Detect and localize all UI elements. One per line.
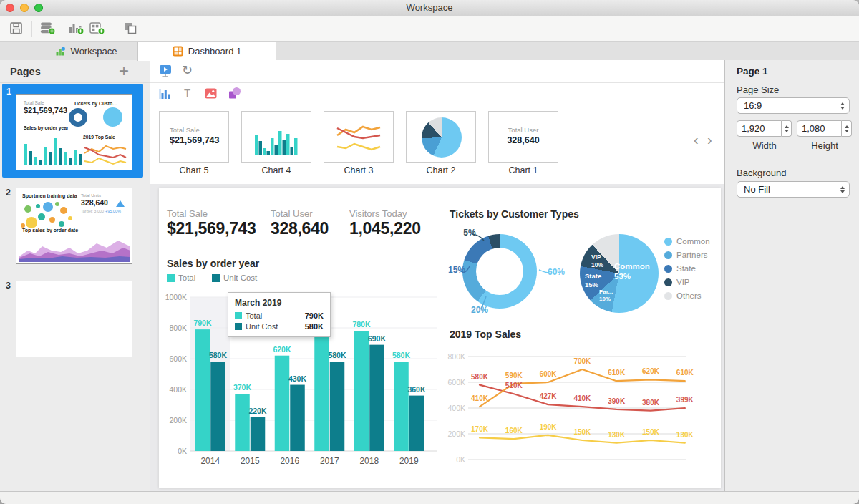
svg-text:600K: 600K bbox=[447, 378, 465, 387]
toolbar-separator bbox=[31, 21, 32, 37]
width-field-label: Width bbox=[737, 140, 792, 151]
add-data-button[interactable] bbox=[39, 21, 56, 38]
svg-text:580K: 580K bbox=[328, 351, 346, 359]
legend-label: Unit Cost bbox=[223, 273, 257, 282]
svg-text:580K: 580K bbox=[392, 351, 411, 359]
page-number: 1 bbox=[6, 87, 11, 97]
page-thumbnail-3[interactable] bbox=[16, 281, 132, 357]
svg-text:130K: 130K bbox=[608, 431, 626, 439]
gallery-prev-button[interactable]: ‹ bbox=[694, 132, 699, 147]
gallery-card-chart-3[interactable] bbox=[324, 111, 394, 163]
svg-text:600K: 600K bbox=[169, 354, 187, 363]
svg-text:790K: 790K bbox=[193, 319, 212, 327]
svg-text:200K: 200K bbox=[447, 430, 465, 438]
insert-image-button[interactable] bbox=[205, 88, 217, 102]
svg-text:800K: 800K bbox=[169, 324, 187, 332]
copy-button[interactable] bbox=[123, 21, 137, 37]
pages-header: Pages + bbox=[0, 60, 150, 83]
svg-text:400K: 400K bbox=[447, 404, 465, 412]
gallery-card-chart-1[interactable]: Total User 328,640 bbox=[488, 111, 558, 163]
insert-shape-icon bbox=[228, 87, 241, 100]
insert-image-icon bbox=[205, 88, 217, 99]
inspector-title: Page 1 bbox=[737, 66, 768, 77]
window-title: Workspace bbox=[0, 0, 859, 16]
thumb-area-title: Top sales by order date bbox=[22, 228, 78, 233]
dashboard-page[interactable]: Total Sale $21,569,743 Total User 328,64… bbox=[159, 188, 721, 488]
svg-text:2016: 2016 bbox=[280, 456, 299, 466]
thumb-units-value: 328,640 bbox=[81, 198, 108, 207]
background-select[interactable]: No Fill bbox=[737, 181, 850, 198]
thumb-units-label: Total Units bbox=[81, 193, 101, 198]
insert-text-button[interactable]: T bbox=[184, 87, 190, 99]
thumb-lines-title: 2019 Top Sale bbox=[83, 135, 115, 140]
svg-text:2018: 2018 bbox=[359, 456, 379, 466]
bar-chart-title: Sales by order year bbox=[167, 258, 259, 269]
insert-text-icon: T bbox=[184, 87, 190, 99]
add-chart-button[interactable] bbox=[68, 21, 84, 38]
pie-chart[interactable]: Common53% Par...10% State15% VIP10% bbox=[580, 234, 659, 313]
page-number: 2 bbox=[6, 188, 11, 198]
app-window: Workspace bbox=[0, 0, 859, 504]
add-widget-icon bbox=[89, 21, 105, 35]
svg-text:400K: 400K bbox=[169, 385, 187, 394]
gallery-card-chart-4[interactable] bbox=[241, 111, 311, 163]
kpi-label: Visitors Today bbox=[349, 208, 407, 219]
insert-chart-button[interactable] bbox=[159, 88, 172, 102]
svg-text:700K: 700K bbox=[573, 357, 591, 365]
legend-dot bbox=[664, 278, 672, 286]
present-button[interactable] bbox=[159, 64, 173, 81]
don­ut-label-common: 60% bbox=[544, 267, 568, 277]
insert-shape-button[interactable] bbox=[228, 87, 241, 102]
zoom-window-button[interactable] bbox=[34, 4, 43, 12]
save-button[interactable] bbox=[9, 21, 24, 38]
background-value: No Fill bbox=[744, 184, 840, 195]
background-label: Background bbox=[737, 168, 786, 178]
height-input[interactable] bbox=[797, 120, 842, 137]
svg-text:590K: 590K bbox=[505, 372, 523, 379]
legend-label: VIP bbox=[676, 278, 690, 286]
refresh-button[interactable]: ↻ bbox=[182, 62, 193, 78]
page-size-select[interactable]: 16:9 bbox=[737, 97, 850, 114]
svg-text:220K: 220K bbox=[248, 407, 267, 415]
svg-text:2017: 2017 bbox=[320, 456, 339, 466]
thumb-up-triangle-icon bbox=[116, 200, 125, 207]
add-widget-button[interactable] bbox=[89, 21, 105, 38]
gallery-card-chart-2[interactable] bbox=[406, 111, 476, 163]
pie-label-common: Common53% bbox=[614, 261, 650, 282]
tab-dashboard-1[interactable]: Dashboard 1 bbox=[137, 42, 276, 61]
svg-text:0K: 0K bbox=[178, 447, 187, 455]
gallery-card-label: Chart 5 bbox=[159, 165, 229, 175]
tab-workspace[interactable]: Workspace bbox=[39, 42, 132, 60]
add-data-icon bbox=[39, 21, 56, 35]
pages-panel-title: Pages bbox=[10, 66, 41, 77]
thumb-kpi-value: $21,569,743 bbox=[24, 106, 67, 115]
insert-chart-icon bbox=[159, 88, 172, 100]
add-page-button[interactable]: + bbox=[119, 61, 129, 81]
minimize-window-button[interactable] bbox=[20, 4, 29, 12]
gallery-next-button[interactable]: › bbox=[707, 132, 712, 147]
select-stepper-icon bbox=[840, 102, 845, 110]
height-stepper[interactable] bbox=[842, 120, 852, 137]
gallery-pie-chart bbox=[422, 117, 462, 158]
svg-text:2015: 2015 bbox=[241, 456, 260, 466]
kpi-value: $21,569,743 bbox=[167, 219, 256, 238]
page-number: 3 bbox=[6, 281, 11, 291]
tooltip-swatch bbox=[235, 323, 242, 330]
close-window-button[interactable] bbox=[6, 4, 14, 12]
kpi-label: Total Sale bbox=[167, 208, 208, 219]
legend-label: Total bbox=[178, 273, 195, 282]
page-thumbnail-2[interactable]: Sportmen training data Total Units 328,6… bbox=[16, 188, 132, 264]
legend-label: State bbox=[676, 264, 696, 273]
width-input[interactable] bbox=[737, 120, 782, 137]
line-chart[interactable]: 0K200K400K600K800K410K590K600K700K610K62… bbox=[447, 346, 697, 471]
width-stepper[interactable] bbox=[782, 120, 792, 137]
tooltip-title: March 2019 bbox=[235, 298, 324, 308]
inspector-panel: Page 1 Page Size 16:9 Width Height Backg… bbox=[724, 60, 859, 491]
svg-text:380K: 380K bbox=[642, 399, 660, 407]
kpi-value: 328,640 bbox=[271, 219, 329, 238]
svg-text:780K: 780K bbox=[352, 320, 371, 329]
gallery-card-chart-5[interactable]: Total Sale $21,569,743 bbox=[159, 111, 229, 163]
gallery-card-label: Chart 2 bbox=[406, 165, 476, 175]
svg-text:170K: 170K bbox=[471, 425, 489, 433]
page-thumbnail-1[interactable]: Total Sale $21,569,743 Tickets by Custo.… bbox=[16, 94, 132, 170]
